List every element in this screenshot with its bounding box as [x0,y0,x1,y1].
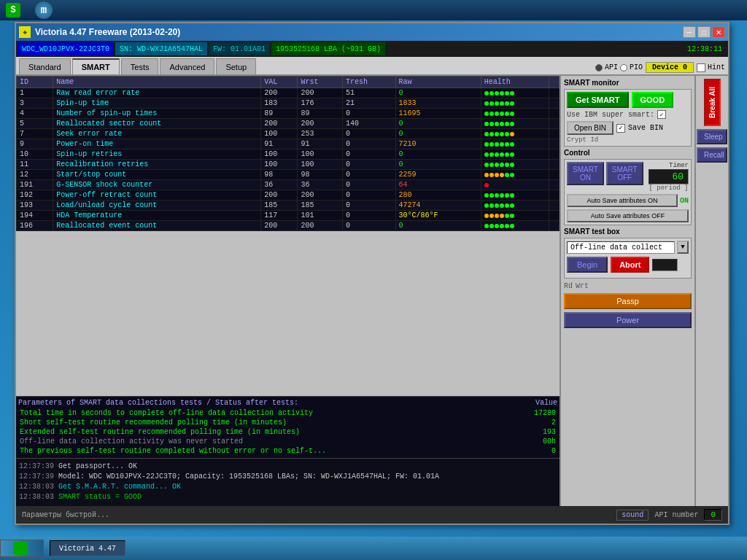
start-icon [13,542,28,555]
log-line-3: 12:38:03 Get S.M.A.R.T. command... OK [19,482,557,492]
right-panel: SMART monitor Get SMART GOOD Use IBM sup… [560,76,694,524]
content-area: ID Name VAL Wrst Tresh Raw Health 1 [16,76,728,524]
col-id: ID [17,77,53,88]
ibm-checkbox[interactable] [657,110,666,119]
api-number-value: 0 [704,509,722,521]
open-save-row: Open BIN Save BIN [567,121,689,135]
open-bin-button[interactable]: Open BIN [567,121,614,135]
good-status-button[interactable]: GOOD [632,92,674,108]
test-input[interactable] [652,259,678,271]
table-row: 196 Reallocated event count 200 200 0 0 [17,221,560,231]
api-radio-group: API PIO [595,63,643,71]
log-line-4: 12:38:03 SMART status = GOOD [19,492,557,502]
abort-button[interactable]: Abort [611,257,649,273]
ibm-label: Use IBM super smart: [567,111,654,119]
start-button[interactable] [0,540,44,557]
passp-button[interactable]: Passp [564,293,692,309]
smart-on-off: SMARTON SMARTOFF [567,162,644,185]
tab-setup[interactable]: Setup [216,58,256,74]
auto-save-off-button[interactable]: Auto Save attributes OFF [567,209,689,222]
table-row: 192 Power-off retract count 200 200 0 28… [17,190,560,201]
smart-table-scroll[interactable]: ID Name VAL Wrst Tresh Raw Health 1 [16,76,560,396]
title-bar: ✚ Victoria 4.47 Freeware (2013-02-20) ─ … [16,23,728,41]
rd-label: Rd [564,282,573,290]
drive-model[interactable]: WDC_WD10JPVX-22JC3T0 [18,42,114,55]
recall-button[interactable]: Recall [697,147,727,163]
rd-wrt-row: Rd Wrt [564,282,692,290]
table-row: 3 Spin-up time 183 176 21 1833 [17,98,560,109]
params-value-label: Value [535,399,557,407]
smart-test-box: Off-line data collect ▼ Begin Abort [564,238,692,279]
smart-monitor-box: Get SMART GOOD Use IBM super smart: Open… [564,89,692,147]
crypt-id-label: Crypt Id [567,136,689,144]
smart-on-button[interactable]: SMARTON [567,162,604,185]
app-icon: ✚ [19,26,31,38]
table-row: 194 HDA Temperature 117 101 0 30°C/86°F [17,211,560,221]
drive-lba: 1953525168 LBA (~931 GB) [271,42,385,55]
minimize-button[interactable]: ─ [683,26,696,38]
sound-button[interactable]: sound [616,510,649,521]
param-row-2: Short self-test routine recommended poll… [18,418,557,427]
table-row: 5 Reallocated sector count 200 200 140 0 [17,119,560,129]
smart-test-label: SMART test box [564,228,692,236]
timer-value: 60 [649,169,689,184]
auto-save-off-row: Auto Save attributes OFF [567,209,689,222]
power-button[interactable]: Power [564,312,692,328]
bottom-strip: Параметры быстрой... sound API number 0 [16,506,728,524]
break-all-button[interactable]: Break All [704,79,721,126]
tab-smart[interactable]: SMART [72,58,120,74]
table-row: 9 Power-on time 91 91 0 7210 [17,139,560,149]
taskbar-app-item[interactable]: Victoria 4.47 [50,540,125,556]
col-health: Health [481,77,549,88]
log-line-2: 12:37:39 Model: WDC WD10JPVX-22JC3T0; Ca… [19,472,557,482]
begin-button[interactable]: Begin [567,257,608,273]
table-row: 1 Raw read error rate 200 200 51 0 [17,88,560,98]
device-button[interactable]: Device 0 [646,62,694,73]
close-button[interactable]: ✕ [712,26,725,38]
taskbar-icon-2[interactable]: m [35,1,53,19]
param-row-4: Off-line data collection activity was ne… [18,437,557,446]
col-scroll [549,77,560,88]
main-left-panel: ID Name VAL Wrst Tresh Raw Health 1 [16,76,560,524]
begin-abort-row: Begin Abort [567,257,689,273]
tab-tests[interactable]: Tests [121,58,159,74]
auto-save-on-row: Auto Save attributes ON ON [567,194,689,207]
tab-standard[interactable]: Standard [19,58,71,74]
test-select-row: Off-line data collect ▼ [567,241,689,254]
api-radio[interactable] [595,64,603,71]
param-row-1: Total time in seconds to complete off-li… [18,408,557,418]
taskbar-icon-1[interactable]: S [6,3,20,18]
param-row-5: The previous self-test routine completed… [18,446,557,456]
timer-label: Timer [649,162,689,169]
maximize-button[interactable]: □ [697,26,711,38]
control-btns: SMARTON SMARTOFF [567,162,644,192]
save-bin-label: Save BIN [628,124,663,132]
log-line-1: 12:37:39 Get passport... OK [19,462,557,472]
window-title: Victoria 4.47 Freeware (2013-02-20) [35,27,180,37]
params-header: Parameters of SMART data collections tes… [18,399,557,407]
hint-checkbox[interactable] [697,63,705,72]
col-wrst: Wrst [298,77,342,88]
sleep-button[interactable]: Sleep [697,129,727,144]
drive-serial: SN: WD-WXJ1A6547HAL [115,42,207,55]
col-name: Name [53,77,261,88]
timer-box: Timer 60 [ period ] [649,162,689,192]
table-row: 191 G-SENSOR shock counter 36 36 0 64 [17,180,560,190]
drive-firmware: FW: 01.01A01 [209,42,270,55]
save-bin-row: Save BIN [616,124,663,133]
pio-radio[interactable] [620,64,627,71]
save-bin-checkbox[interactable] [616,124,625,133]
ibm-row: Use IBM super smart: [567,110,689,119]
test-dropdown-button[interactable]: ▼ [677,241,689,254]
api-label: API [605,63,618,71]
tab-advanced[interactable]: Advanced [160,58,214,74]
smart-monitor-label: SMART monitor [564,79,692,87]
get-smart-button[interactable]: Get SMART [567,92,629,108]
hint-label: Hint [708,63,725,71]
auto-save-on-button[interactable]: Auto Save attributes ON [567,194,678,207]
bottom-text: Параметры быстрой... [22,511,109,519]
col-raw: Raw [395,77,481,88]
smart-off-button[interactable]: SMARTOFF [606,162,643,185]
col-tresh: Tresh [342,77,395,88]
extra-btns: Rd Wrt Passp Power [564,282,692,328]
